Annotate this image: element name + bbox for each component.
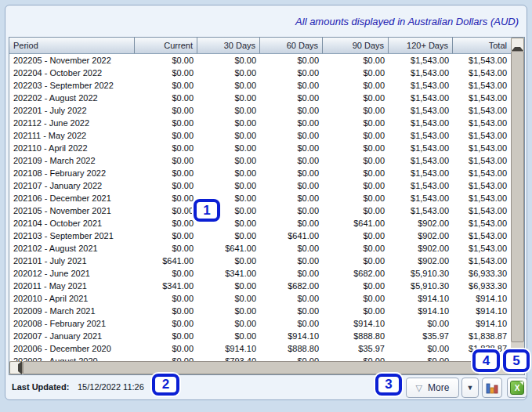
amount-cell: $1,543.00 <box>453 204 511 217</box>
table-row[interactable]: 202007 - January 2021$0.00$0.00$914.10$8… <box>9 330 511 342</box>
table-row[interactable]: 202006 - December 2020$0.00$914.10$888.8… <box>9 342 511 355</box>
amount-cell: $0.00 <box>197 79 260 92</box>
period-cell: 202204 - October 2022 <box>9 67 135 79</box>
amount-cell: $35.97 <box>323 342 389 355</box>
table-row[interactable]: 202205 - November 2022$0.00$0.00$0.00$0.… <box>9 54 511 67</box>
more-dropdown-button[interactable]: ▼ <box>461 378 479 398</box>
more-button[interactable]: ▽ More <box>406 378 459 398</box>
vertical-scroll-thumb[interactable] <box>511 51 524 342</box>
table-row[interactable]: 202105 - November 2021$0.00$0.00$0.00$0.… <box>9 204 511 217</box>
amount-cell: $0.00 <box>260 292 323 305</box>
amount-cell: $0.00 <box>197 330 260 342</box>
table-row[interactable]: 202204 - October 2022$0.00$0.00$0.00$0.0… <box>9 67 511 79</box>
amount-cell: $0.00 <box>323 92 389 104</box>
annotation-badge-4: 4 <box>472 349 500 372</box>
scroll-up-button[interactable] <box>511 38 524 51</box>
amount-cell: $0.00 <box>135 92 197 104</box>
amount-cell: $641.00 <box>260 229 323 242</box>
amount-cell: $0.00 <box>260 104 323 117</box>
vertical-scrollbar[interactable] <box>511 38 524 363</box>
amount-cell: $1,543.00 <box>389 67 453 79</box>
amount-cell: $0.00 <box>135 179 197 192</box>
amount-cell: $0.00 <box>197 317 260 330</box>
amount-cell: $0.00 <box>135 242 197 255</box>
table-row[interactable]: 202108 - February 2022$0.00$0.00$0.00$0.… <box>9 167 511 179</box>
amount-cell: $0.00 <box>135 330 197 342</box>
amount-cell: $902.00 <box>389 229 453 242</box>
amount-cell: $1,543.00 <box>389 104 453 117</box>
horizontal-scroll-thumb[interactable] <box>23 361 480 374</box>
table-row[interactable]: 202009 - March 2021$0.00$0.00$0.00$0.00$… <box>9 305 511 317</box>
column-header-current[interactable]: Current <box>135 38 197 53</box>
table-row[interactable]: 202111 - May 2022$0.00$0.00$0.00$0.00$1,… <box>9 129 511 142</box>
column-header-120-days[interactable]: 120+ Days <box>389 38 453 53</box>
table-row[interactable]: 202106 - December 2021$0.00$0.00$0.00$0.… <box>9 192 511 204</box>
table-row[interactable]: 202010 - April 2021$0.00$0.00$0.00$0.00$… <box>9 292 511 305</box>
table-row[interactable]: 202110 - April 2022$0.00$0.00$0.00$0.00$… <box>9 142 511 154</box>
chart-button[interactable] <box>482 378 502 398</box>
amount-cell: $0.00 <box>135 192 197 204</box>
amount-cell: $0.00 <box>260 217 323 229</box>
table-row[interactable]: 202104 - October 2021$0.00$0.00$0.00$641… <box>9 217 511 229</box>
scroll-left-button[interactable] <box>9 361 23 374</box>
amount-cell: $0.00 <box>135 305 197 317</box>
amount-cell: $1,543.00 <box>453 79 511 92</box>
amount-cell: $0.00 <box>389 342 453 355</box>
horizontal-scrollbar[interactable] <box>9 361 512 374</box>
amount-cell: $1,543.00 <box>389 192 453 204</box>
table-header: PeriodCurrent30 Days60 Days90 Days120+ D… <box>9 38 511 54</box>
period-cell: 202109 - March 2022 <box>9 154 135 167</box>
period-cell: 202107 - January 2022 <box>9 179 135 192</box>
amount-cell: $0.00 <box>323 104 389 117</box>
amount-cell: $341.00 <box>135 280 197 292</box>
table-row[interactable]: 202102 - August 2021$0.00$641.00$0.00$0.… <box>9 242 511 255</box>
period-cell: 202106 - December 2021 <box>9 192 135 204</box>
amount-cell: $682.00 <box>260 280 323 292</box>
amount-cell: $902.00 <box>389 255 453 267</box>
amount-cell: $0.00 <box>323 67 389 79</box>
amount-cell: $0.00 <box>135 67 197 79</box>
table-row[interactable]: 202103 - September 2021$0.00$0.00$641.00… <box>9 229 511 242</box>
annotation-badge-2: 2 <box>152 374 179 396</box>
table-row[interactable]: 202008 - February 2021$0.00$0.00$0.00$91… <box>9 317 511 330</box>
table-row[interactable]: 202012 - June 2021$0.00$341.00$0.00$682.… <box>9 267 511 280</box>
amount-cell: $914.10 <box>453 305 511 317</box>
amount-cell: $0.00 <box>260 242 323 255</box>
table-row[interactable]: 202202 - August 2022$0.00$0.00$0.00$0.00… <box>9 92 511 104</box>
amount-cell: $0.00 <box>260 317 323 330</box>
column-header-30-days[interactable]: 30 Days <box>197 38 260 53</box>
amount-cell: $641.00 <box>323 217 389 229</box>
table-row[interactable]: 202107 - January 2022$0.00$0.00$0.00$0.0… <box>9 179 511 192</box>
table-row[interactable]: 202201 - July 2022$0.00$0.00$0.00$0.00$1… <box>9 104 511 117</box>
chevron-up-icon <box>512 38 523 51</box>
amount-cell: $1,543.00 <box>453 179 511 192</box>
amount-cell: $0.00 <box>197 305 260 317</box>
amount-cell: $0.00 <box>197 229 260 242</box>
column-header-period[interactable]: Period <box>9 38 135 53</box>
amount-cell: $0.00 <box>197 67 260 79</box>
amount-cell: $0.00 <box>135 267 197 280</box>
amount-cell: $1,543.00 <box>389 167 453 179</box>
amount-cell: $0.00 <box>260 79 323 92</box>
amount-cell: $0.00 <box>135 217 197 229</box>
amount-cell: $914.10 <box>453 317 511 330</box>
table-row[interactable]: 202109 - March 2022$0.00$0.00$0.00$0.00$… <box>9 154 511 167</box>
table-row[interactable]: 202011 - May 2021$341.00$0.00$682.00$0.0… <box>9 280 511 292</box>
column-header-total[interactable]: Total <box>453 38 511 53</box>
page-fold-icon <box>519 381 523 385</box>
annotation-badge-3: 3 <box>375 374 402 396</box>
excel-export-button[interactable]: X <box>507 378 527 398</box>
period-cell: 202010 - April 2021 <box>9 292 135 305</box>
period-cell: 202105 - November 2021 <box>9 204 135 217</box>
amount-cell: $1,543.00 <box>453 229 511 242</box>
column-header-90-days[interactable]: 90 Days <box>323 38 389 53</box>
table-row[interactable]: 202112 - June 2022$0.00$0.00$0.00$0.00$1… <box>9 117 511 129</box>
amount-cell: $641.00 <box>197 242 260 255</box>
table-row[interactable]: 202101 - July 2021$641.00$0.00$0.00$0.00… <box>9 255 511 267</box>
amount-cell: $914.10 <box>389 305 453 317</box>
period-cell: 202112 - June 2022 <box>9 117 135 129</box>
column-header-60-days[interactable]: 60 Days <box>260 38 323 53</box>
amount-cell: $0.00 <box>323 242 389 255</box>
table-row[interactable]: 202203 - September 2022$0.00$0.00$0.00$0… <box>9 79 511 92</box>
table-body: 202205 - November 2022$0.00$0.00$0.00$0.… <box>9 54 511 363</box>
